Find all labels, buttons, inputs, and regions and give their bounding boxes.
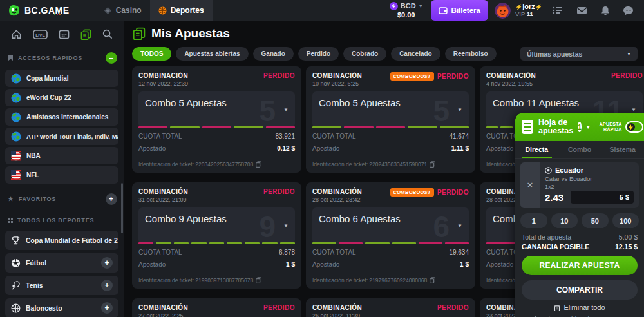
- leg-lost-segment: [138, 126, 167, 128]
- selection-pick: Ecuador: [555, 166, 583, 174]
- filter-pill-cobrado[interactable]: Cobrado: [343, 47, 386, 61]
- sidebar-item-nfl[interactable]: NFL: [5, 166, 118, 184]
- basketball-icon: [11, 303, 21, 313]
- user-avatar[interactable]: [495, 3, 511, 19]
- sidebar-item-copa-mundial-de-f-tbol-de-2022[interactable]: Copa Mundial de Fútbol de 2022: [5, 231, 118, 250]
- leg-lost-segment: [344, 126, 373, 128]
- leg-lost-segment: [138, 242, 153, 244]
- sidebar-item-label: NFL: [26, 171, 39, 178]
- cuota-row: CUOTA TOTAL6.878: [138, 249, 295, 256]
- quick-amount-1[interactable]: 1: [520, 213, 547, 228]
- copy-icon[interactable]: [430, 277, 435, 283]
- sidebar-scrollbar[interactable]: [121, 183, 123, 233]
- bet-card: COMBINACIÓN12 nov 2022, 22:39PERDIDOComb…: [132, 66, 301, 173]
- combo-count-watermark: 6: [433, 207, 450, 244]
- place-bet-button[interactable]: REALIZAR APUESTA: [522, 256, 638, 275]
- leg-won-segment: [500, 126, 512, 128]
- sidebar-item-tenis[interactable]: Tenis+: [5, 276, 118, 295]
- home-icon[interactable]: [11, 29, 22, 39]
- sidebar-item-baloncesto[interactable]: Baloncesto+: [5, 298, 118, 317]
- expand-sport-button[interactable]: +: [101, 280, 113, 291]
- status-badge: PERDIDO: [437, 189, 469, 196]
- currency-selector[interactable]: ¢ BCD ▼ $0.00: [390, 2, 423, 19]
- bet-type-label: COMBINACIÓN: [486, 72, 536, 79]
- bcgame-logo[interactable]: BC.GAME: [0, 4, 77, 17]
- sort-dropdown[interactable]: Últimas apuestas ▼: [520, 47, 638, 61]
- live-icon[interactable]: LIVE: [33, 30, 48, 39]
- add-favorite-button[interactable]: +: [106, 193, 117, 205]
- ticket-id-row: Identificación de ticket: 21990397138877…: [138, 277, 261, 283]
- tab-sistema[interactable]: Sistema: [601, 141, 644, 158]
- leg-lost-segment: [419, 242, 442, 244]
- sidebar-item-nba[interactable]: NBA: [5, 147, 118, 164]
- expand-card-caret[interactable]: ▼: [283, 107, 289, 113]
- quick-amounts: 11050100: [520, 213, 639, 228]
- bet-badges: COMBOBOOSTPERDIDO: [390, 72, 469, 81]
- bet-card: COMBINACIÓN27 oct 2022, 2:25PERDIDO▼CUOT…: [132, 298, 301, 317]
- expand-card-caret[interactable]: ▼: [631, 107, 636, 113]
- nav-tab-deportes[interactable]: Deportes: [150, 0, 213, 21]
- filter-pill-perdido[interactable]: Perdido: [298, 47, 339, 61]
- copy-icon[interactable]: [430, 161, 435, 168]
- leg-won-segment: [312, 242, 336, 244]
- remove-selection-button[interactable]: ✕: [520, 162, 540, 208]
- vip-label: VIP: [515, 10, 525, 17]
- sidebar-item-f-tbol[interactable]: Fútbol+: [5, 253, 118, 273]
- expand-sport-button[interactable]: +: [101, 302, 113, 314]
- notifications-bell-icon[interactable]: [601, 6, 610, 15]
- leg-lost-segment: [339, 242, 363, 244]
- my-bets-icon[interactable]: [80, 29, 91, 40]
- clear-all-button[interactable]: Eliminar todo: [515, 303, 644, 311]
- casino-diamond-icon: [104, 6, 112, 15]
- collapse-quick-access-button[interactable]: –: [106, 52, 117, 64]
- tab-combo[interactable]: Combo: [558, 141, 601, 158]
- leg-won-segment: [312, 126, 341, 128]
- sidebar-item-label: Tenis: [26, 282, 43, 289]
- sidebar-item-label: ATP World Tour Finals, Indiv. Masc.: [26, 133, 118, 140]
- combo-title: Combo 9 Apuestas: [145, 213, 227, 224]
- schedule-calendar-icon[interactable]: [59, 29, 70, 39]
- bet-card-header: COMBINACIÓN4 nov 2022, 19:55PERDIDO: [486, 72, 643, 87]
- sidebar-item-eworld-cup-22[interactable]: eWorld Cup 22: [5, 89, 118, 106]
- globe-icon: [11, 73, 21, 84]
- quick-bet-toggle[interactable]: [625, 121, 644, 133]
- ticket-id-row: Identificación de ticket: 21979677609240…: [312, 277, 435, 283]
- chevron-down-icon[interactable]: ▼: [586, 125, 591, 130]
- sidebar-item-atp-world-tour-finals-indiv-masc-[interactable]: ATP World Tour Finals, Indiv. Masc.: [5, 128, 118, 145]
- expand-card-caret[interactable]: ▼: [457, 107, 462, 113]
- ticket-id-row: Identificación de ticket: 22034202563477…: [138, 161, 261, 168]
- filter-pill-reembolso[interactable]: Reembolso: [445, 47, 497, 61]
- search-icon[interactable]: [102, 29, 113, 39]
- user-info[interactable]: ⚡jorz⚡ VIP 11: [515, 3, 542, 18]
- sidebar-item-label: Copa Mundial: [26, 75, 69, 82]
- expand-card-caret[interactable]: ▼: [457, 223, 462, 229]
- status-badge: PERDIDO: [437, 73, 469, 80]
- expand-sport-button[interactable]: +: [101, 257, 113, 269]
- filter-pill-ganado[interactable]: Ganado: [253, 47, 294, 61]
- messages-icon[interactable]: [576, 6, 587, 15]
- cuota-label: CUOTA TOTAL: [138, 249, 182, 256]
- share-button[interactable]: COMPARTIR: [522, 280, 638, 300]
- wallet-button[interactable]: Billetera: [431, 0, 488, 21]
- quick-amount-50[interactable]: 50: [582, 213, 609, 228]
- nav-tab-casino[interactable]: Casino: [95, 0, 150, 21]
- copy-icon[interactable]: [256, 277, 261, 283]
- quick-amount-100[interactable]: 100: [612, 213, 639, 228]
- username: jorz: [522, 3, 535, 10]
- filter-pill-apuestas-abiertas[interactable]: Apuestas abiertas: [176, 47, 248, 61]
- filter-pill-todos[interactable]: TODOS: [132, 47, 171, 61]
- bet-date: 10 nov 2022, 6:25: [312, 81, 362, 87]
- selection-count-badge[interactable]: 1: [578, 122, 582, 132]
- sidebar-item-amistosos-internacionales[interactable]: Amistosos Internacionales: [5, 108, 118, 126]
- tab-directa[interactable]: Directa: [515, 141, 558, 158]
- globe-icon: [11, 131, 21, 142]
- stake-input[interactable]: [571, 191, 634, 204]
- vip-level: 11: [527, 10, 533, 17]
- quick-amount-10[interactable]: 10: [551, 213, 578, 228]
- filter-pill-cancelado[interactable]: Cancelado: [391, 47, 440, 61]
- bet-list-icon[interactable]: [553, 6, 563, 15]
- expand-card-caret[interactable]: ▼: [283, 223, 289, 229]
- sidebar-item-copa-mundial[interactable]: Copa Mundial: [5, 70, 118, 87]
- copy-icon[interactable]: [256, 161, 261, 168]
- chat-icon[interactable]: [623, 6, 634, 15]
